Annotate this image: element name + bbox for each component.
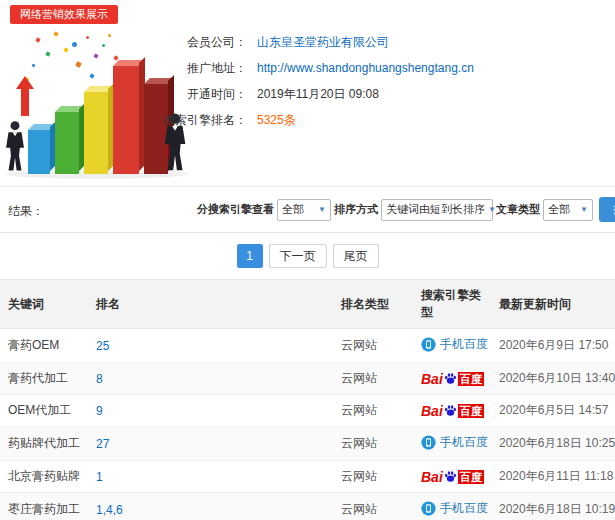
- filter-row: 结果： 分搜索引擎查看 全部 ▼ 排序方式 关键词由短到长排序 ▼ 文章类型 全…: [0, 187, 615, 232]
- baidu-logo-text: Bai: [421, 371, 443, 387]
- engine-cell: Bai百度: [413, 395, 491, 427]
- updated-cell: 2020年6月9日 17:50: [491, 329, 615, 363]
- rank-link[interactable]: 27: [96, 437, 109, 451]
- type-select-value: 全部: [548, 202, 570, 217]
- company-label: 会员公司：: [95, 34, 247, 51]
- mobile-baidu-logo: 手机百度: [421, 336, 488, 353]
- baidu-logo-cn: 百度: [458, 470, 484, 484]
- engine-cell: Bai百度: [413, 461, 491, 493]
- keyword-cell: 北京膏药贴牌: [0, 461, 88, 493]
- mobile-baidu-icon: [421, 501, 436, 516]
- rank-type-cell: 云网站: [333, 329, 413, 363]
- mobile-baidu-icon: [421, 337, 436, 352]
- baidu-logo-text: Bai: [421, 469, 443, 485]
- page: 网络营销效果展示: [0, 0, 615, 520]
- mobile-baidu-logo: 手机百度: [421, 500, 488, 517]
- table-body: 膏药OEM 25 云网站 手机百度 2020年6月9日 17:50 膏药代加工 …: [0, 329, 615, 520]
- company-link[interactable]: 山东皇圣堂药业有限公司: [257, 34, 389, 51]
- chevron-down-icon: ▼: [580, 205, 588, 214]
- rank-count-label: 搜索引擎排名：: [95, 112, 247, 129]
- type-filter-label: 文章类型: [496, 202, 540, 217]
- rank-link[interactable]: 25: [96, 339, 109, 353]
- page-number-current[interactable]: 1: [237, 244, 263, 268]
- rank-cell: 25: [88, 329, 333, 363]
- engine-select[interactable]: 全部 ▼: [277, 199, 331, 221]
- updated-cell: 2020年6月5日 14:57: [491, 395, 615, 427]
- keyword-cell: OEM代加工: [0, 395, 88, 427]
- next-page-button[interactable]: 下一页: [269, 244, 327, 268]
- keyword-cell: 膏药代加工: [0, 363, 88, 395]
- rank-cell: 8: [88, 363, 333, 395]
- engine-cell: Bai百度: [413, 363, 491, 395]
- up-arrow-icon: [16, 76, 34, 118]
- chevron-down-icon: ▼: [318, 205, 326, 214]
- updated-cell: 2020年6月18日 10:25: [491, 427, 615, 461]
- header-rank-type: 排名类型: [333, 280, 413, 329]
- table-row: 北京膏药贴牌 1 云网站 Bai百度 2020年6月11日 11:18: [0, 461, 615, 493]
- table-header-row: 关键词 排名 排名类型 搜索引擎类型 最新更新时间: [0, 280, 615, 329]
- header-engine-type: 搜索引擎类型: [413, 280, 491, 329]
- baidu-logo: Bai百度: [421, 403, 484, 419]
- baidu-paw-icon: [444, 470, 457, 483]
- rank-type-cell: 云网站: [333, 427, 413, 461]
- rank-count-unit: 条: [284, 113, 296, 127]
- mobile-baidu-label: 手机百度: [440, 500, 488, 517]
- baidu-logo-cn: 百度: [458, 404, 484, 418]
- rank-count-value: 5325: [257, 113, 284, 127]
- header-rank: 排名: [88, 280, 333, 329]
- mobile-baidu-label: 手机百度: [440, 434, 488, 451]
- engine-cell: 手机百度: [413, 329, 491, 363]
- url-label: 推广地址：: [95, 60, 247, 77]
- keyword-cell: 膏药OEM: [0, 329, 88, 363]
- opened-label: 开通时间：: [95, 86, 247, 103]
- header-keyword: 关键词: [0, 280, 88, 329]
- rank-cell: 27: [88, 427, 333, 461]
- updated-cell: 2020年6月10日 13:40: [491, 363, 615, 395]
- engine-select-value: 全部: [282, 202, 304, 217]
- engine-filter-label: 分搜索引擎查看: [197, 202, 274, 217]
- bar-blue: [28, 130, 50, 174]
- bar-yellow: [84, 92, 108, 174]
- mobile-baidu-logo: 手机百度: [421, 434, 488, 451]
- result-label: 结果：: [8, 203, 44, 220]
- header-section: 会员公司： 山东皇圣堂药业有限公司 推广地址： http://www.shand…: [0, 28, 615, 186]
- header-updated: 最新更新时间: [491, 280, 615, 329]
- table-row: 药贴牌代加工 27 云网站 手机百度 2020年6月18日 10:25: [0, 427, 615, 461]
- promotion-url-link[interactable]: http://www.shandonghuangshengtang.cn: [257, 61, 474, 75]
- rank-link[interactable]: 1: [96, 470, 103, 484]
- info-company: 会员公司： 山东皇圣堂药业有限公司: [95, 32, 389, 52]
- baidu-logo-text: Bai: [421, 403, 443, 419]
- engine-cell: 手机百度: [413, 427, 491, 461]
- rank-type-cell: 云网站: [333, 493, 413, 520]
- type-select[interactable]: 全部 ▼: [543, 199, 593, 221]
- rank-type-cell: 云网站: [333, 395, 413, 427]
- table-row: 膏药OEM 25 云网站 手机百度 2020年6月9日 17:50: [0, 329, 615, 363]
- engine-cell: 手机百度: [413, 493, 491, 520]
- businessman-left-icon: [2, 118, 28, 174]
- opened-value: 2019年11月20日 09:08: [257, 86, 379, 103]
- table-row: 枣庄膏药加工 1,4,6 云网站 手机百度 2020年6月18日 10:19: [0, 493, 615, 520]
- baidu-logo: Bai百度: [421, 469, 484, 485]
- rank-link[interactable]: 8: [96, 372, 103, 386]
- info-opened: 开通时间： 2019年11月20日 09:08: [95, 84, 379, 104]
- pagination: 1 下一页 尾页: [0, 233, 615, 279]
- filter-controls: 分搜索引擎查看 全部 ▼ 排序方式 关键词由短到长排序 ▼ 文章类型 全部 ▼ …: [197, 197, 615, 222]
- keyword-cell: 药贴牌代加工: [0, 427, 88, 461]
- rank-cell: 1: [88, 461, 333, 493]
- info-url: 推广地址： http://www.shandonghuangshengtang.…: [95, 58, 474, 78]
- sort-select[interactable]: 关键词由短到长排序 ▼: [381, 199, 493, 221]
- mobile-baidu-icon: [421, 435, 436, 450]
- rank-cell: 1,4,6: [88, 493, 333, 520]
- baidu-logo-cn: 百度: [458, 372, 484, 386]
- rank-link[interactable]: 1,4,6: [96, 503, 123, 517]
- chevron-down-icon: ▼: [488, 205, 496, 214]
- bar-green: [55, 112, 79, 174]
- rank-type-cell: 云网站: [333, 363, 413, 395]
- mobile-baidu-label: 手机百度: [440, 336, 488, 353]
- baidu-logo: Bai百度: [421, 371, 484, 387]
- last-page-button[interactable]: 尾页: [333, 244, 379, 268]
- topbar: 网络营销效果展示: [0, 0, 615, 28]
- submit-button[interactable]: 提交: [599, 197, 615, 222]
- sort-filter-label: 排序方式: [334, 202, 378, 217]
- rank-link[interactable]: 9: [96, 404, 103, 418]
